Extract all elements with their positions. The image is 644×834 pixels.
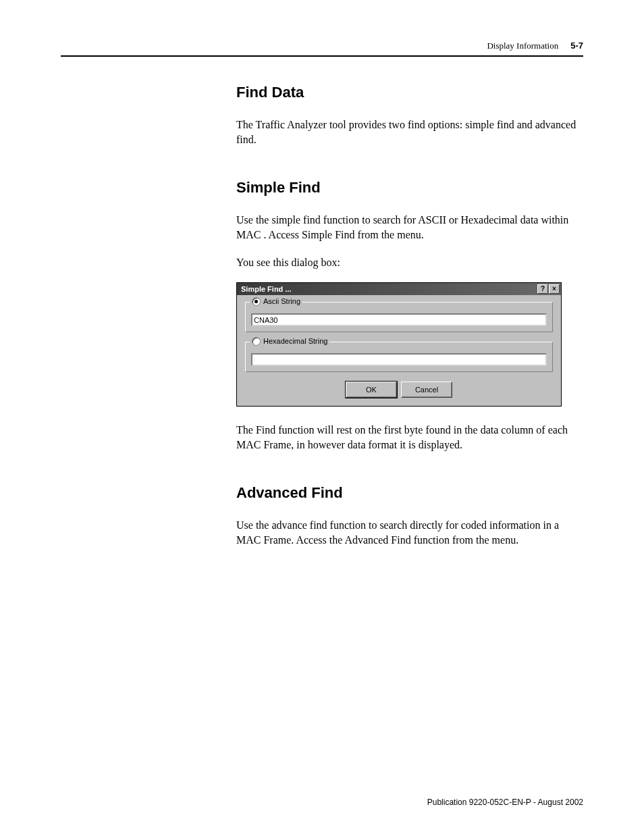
close-button[interactable]: ×	[549, 284, 560, 294]
simple-find-dialog: Simple Find ... ? × Ascii	[236, 282, 562, 407]
ok-button[interactable]: OK	[346, 382, 397, 398]
ascii-radio[interactable]	[252, 297, 261, 306]
hex-radio[interactable]	[252, 337, 261, 346]
advanced-find-section: Advanced Find Use the advance find funct…	[236, 484, 583, 548]
ascii-input[interactable]: CNA30	[251, 313, 547, 326]
simple-find-paragraph-2: You see this dialog box:	[236, 255, 583, 270]
ascii-string-group: Ascii String CNA30	[245, 302, 553, 332]
hex-radio-label: Hexadecimal String	[263, 337, 327, 345]
simple-find-section: Simple Find Use the simple find function…	[236, 179, 583, 453]
hex-string-group: Hexadecimal String	[245, 342, 553, 372]
ascii-input-value: CNA30	[254, 316, 277, 324]
ascii-radio-legend[interactable]: Ascii String	[250, 297, 302, 306]
hex-input[interactable]	[251, 353, 547, 366]
simple-find-paragraph-3: The Find function will rest on the first…	[236, 423, 583, 453]
ok-button-label: OK	[366, 386, 377, 394]
page-header: Display Information 5-7	[61, 41, 583, 57]
dialog-title: Simple Find ...	[241, 285, 292, 293]
advanced-find-heading: Advanced Find	[236, 484, 583, 502]
find-data-section: Find Data The Traffic Analyzer tool prov…	[236, 84, 583, 148]
cancel-button-label: Cancel	[415, 386, 438, 394]
page-footer: Publication 9220-052C-EN-P - August 2002	[427, 798, 583, 807]
close-icon: ×	[552, 285, 556, 292]
radio-selected-dot	[254, 300, 258, 303]
ascii-radio-label: Ascii String	[263, 297, 300, 305]
find-data-heading: Find Data	[236, 84, 583, 101]
help-button[interactable]: ?	[537, 284, 548, 294]
cancel-button[interactable]: Cancel	[401, 382, 452, 398]
dialog-titlebar[interactable]: Simple Find ... ? ×	[237, 283, 561, 295]
find-data-paragraph: The Traffic Analyzer tool provides two f…	[236, 118, 583, 148]
hex-radio-legend[interactable]: Hexadecimal String	[250, 337, 329, 346]
header-section: Display Information	[487, 41, 558, 51]
header-page-number: 5-7	[570, 41, 583, 51]
help-icon: ?	[541, 285, 545, 292]
simple-find-heading: Simple Find	[236, 179, 583, 197]
advanced-find-paragraph-1: Use the advance find function to search …	[236, 518, 583, 548]
simple-find-paragraph-1: Use the simple find function to search f…	[236, 213, 583, 243]
